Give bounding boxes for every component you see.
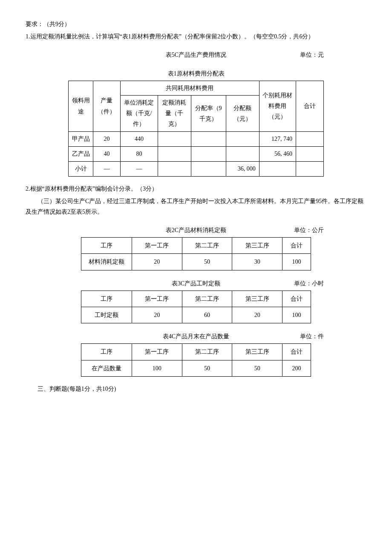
- cell-total: [296, 131, 324, 146]
- col-qty: 产量（件）: [93, 81, 120, 131]
- table-row: 甲产品 20 440 127, 740: [69, 131, 324, 146]
- col-p2: 第二工序: [182, 291, 232, 307]
- table3-caption-row: 表3C产品工时定额 单位：小时: [26, 278, 366, 289]
- col-total: 合计: [282, 291, 311, 307]
- table-row: 材料消耗定额 20 50 30 100: [81, 254, 311, 270]
- cell-v2: 50: [182, 360, 232, 376]
- table-3-labor-hour-quota: 工序 第一工序 第二工序 第三工序 合计 工时定额 20 60 20 100: [81, 291, 311, 323]
- table-1-raw-material-allocation: 领料用途 产量（件） 共同耗用材料费用 个别耗用材料费用（元） 合计 单位消耗定…: [68, 81, 324, 177]
- table-4-wip-quantity: 工序 第一工序 第二工序 第三工序 合计 在产品数量 100 50 50 200: [81, 343, 311, 376]
- table-row: 乙产品 40 80 56, 460: [69, 146, 324, 161]
- cell-alloc-amt: [226, 146, 259, 161]
- cell-v2: 50: [182, 254, 232, 270]
- col-p1: 第一工序: [132, 238, 182, 254]
- table3-unit: 单位：小时: [294, 278, 324, 289]
- col-p1: 第一工序: [132, 344, 182, 360]
- question-1: 1.运用定额消耗量比例法，计算填写“表1原材料费用分配表”（分配率保留2位小数）…: [26, 31, 366, 42]
- cell-v3: 30: [232, 254, 282, 270]
- table5-caption-row: 表5C产品生产费用情况 单位：元: [26, 49, 366, 60]
- cell-use: 甲产品: [69, 131, 93, 146]
- cell-use: 乙产品: [69, 146, 93, 161]
- cell-indiv: 56, 460: [259, 146, 296, 161]
- table4-caption-row: 表4C产品月末在产品数量 单位：件: [26, 331, 366, 342]
- cell-v1: 20: [132, 254, 182, 270]
- cell-vt: 100: [282, 307, 311, 323]
- col-p1: 第一工序: [132, 291, 182, 307]
- cell-qty: 20: [93, 131, 120, 146]
- col-alloc-amt: 分配额（元）: [226, 95, 259, 131]
- row-label: 在产品数量: [81, 360, 132, 376]
- cell-quota-consume: [158, 161, 191, 176]
- cell-vt: 200: [282, 360, 311, 376]
- cell-quota-consume: [158, 146, 191, 161]
- cell-unit-quota: 440: [120, 131, 158, 146]
- table5-unit: 单位：元: [300, 49, 324, 60]
- cell-use: 小计: [69, 161, 93, 176]
- row-label: 工时定额: [81, 307, 132, 323]
- cell-alloc-rate: [191, 146, 226, 161]
- col-p3: 第三工序: [232, 238, 282, 254]
- col-process: 工序: [81, 291, 132, 307]
- table-row: 小计 — — 36, 000: [69, 161, 324, 176]
- cell-alloc-rate: [191, 131, 226, 146]
- col-indiv: 个别耗用材料费用（元）: [259, 81, 296, 131]
- table2-unit: 单位：公斤: [294, 225, 324, 235]
- col-total: 合计: [282, 344, 311, 360]
- cell-unit-quota: —: [120, 161, 158, 176]
- table4-unit: 单位：件: [300, 331, 324, 342]
- col-process: 工序: [81, 344, 132, 360]
- requirement-heading: 要求：（共9分）: [26, 19, 366, 29]
- table-row: 在产品数量 100 50 50 200: [81, 360, 311, 376]
- cell-v1: 20: [132, 307, 182, 323]
- table-row: 工序 第一工序 第二工序 第三工序 合计: [81, 344, 311, 360]
- col-total: 合计: [282, 238, 311, 254]
- col-unit-quota: 单位消耗定额（千克/件）: [120, 95, 158, 131]
- question-2: 2.根据“原材料费用分配表”编制会计分录。（3分）: [26, 183, 366, 194]
- table-row: 工时定额 20 60 20 100: [81, 307, 311, 323]
- table-1-header-row: 领料用途 产量（件） 共同耗用材料费用 个别耗用材料费用（元） 合计: [69, 81, 324, 95]
- col-p3: 第三工序: [232, 344, 282, 360]
- cell-qty: —: [93, 161, 120, 176]
- col-p2: 第二工序: [182, 344, 232, 360]
- col-p3: 第三工序: [232, 291, 282, 307]
- cell-unit-quota: 80: [120, 146, 158, 161]
- cell-indiv: 127, 740: [259, 131, 296, 146]
- row-label: 材料消耗定额: [81, 254, 132, 270]
- cell-indiv: [259, 161, 296, 176]
- table1-caption: 表1原材料费用分配表: [26, 68, 366, 79]
- cell-v3: 20: [232, 307, 282, 323]
- cell-alloc-amt: 36, 000: [226, 161, 259, 176]
- cell-vt: 100: [282, 254, 311, 270]
- table-row: 工序 第一工序 第二工序 第三工序 合计: [81, 238, 311, 254]
- col-p2: 第二工序: [182, 238, 232, 254]
- col-quota-consume: 定额消耗量（千克）: [158, 95, 191, 131]
- section-3-heading: 三、判断题(每题1分，共10分): [26, 384, 366, 394]
- problem-3-intro: （三）某公司生产C产品，经过三道工序制成，各工序生产开始时一次投入本工序所需材料…: [26, 196, 366, 217]
- col-process: 工序: [81, 238, 132, 254]
- cell-v2: 60: [182, 307, 232, 323]
- cell-total: [296, 146, 324, 161]
- cell-v1: 100: [132, 360, 182, 376]
- cell-alloc-rate: [191, 161, 226, 176]
- col-alloc-rate: 分配率（9千克）: [191, 95, 226, 131]
- table2-caption-row: 表2C产品材料消耗定额 单位：公斤: [26, 225, 366, 235]
- col-shared-group: 共同耗用材料费用: [120, 81, 259, 95]
- cell-alloc-amt: [226, 131, 259, 146]
- table-2-material-quota: 工序 第一工序 第二工序 第三工序 合计 材料消耗定额 20 50 30 100: [81, 237, 311, 270]
- cell-quota-consume: [158, 131, 191, 146]
- col-use: 领料用途: [69, 81, 93, 131]
- col-total: 合计: [296, 81, 324, 131]
- cell-v3: 50: [232, 360, 282, 376]
- table-row: 工序 第一工序 第二工序 第三工序 合计: [81, 291, 311, 307]
- cell-qty: 40: [93, 146, 120, 161]
- cell-total: [296, 161, 324, 176]
